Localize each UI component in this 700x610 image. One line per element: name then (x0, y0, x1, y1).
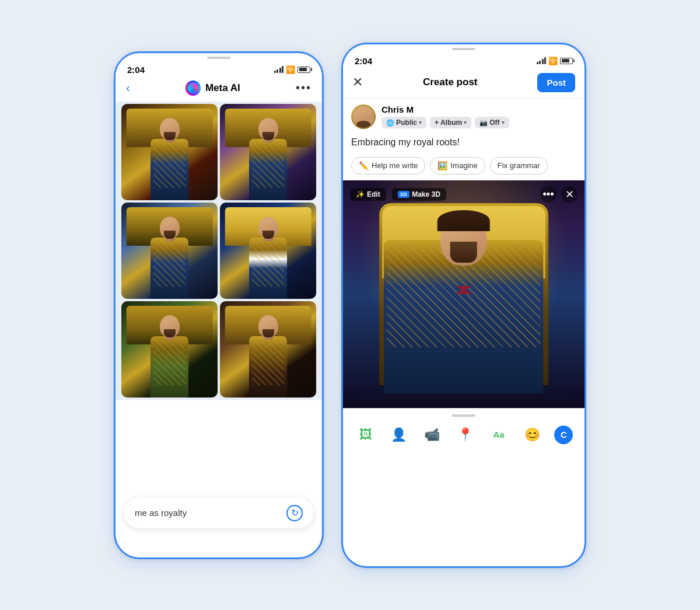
post-button[interactable]: Post (537, 73, 575, 92)
grid-image-2[interactable] (220, 104, 316, 200)
grid-image-5[interactable] (121, 301, 218, 398)
audience-pills: 🌐 Public ▾ + Album ▾ 📷 Off ▾ (382, 117, 576, 128)
meta-ai-header: Meta AI (186, 81, 240, 96)
photo-button[interactable]: 🖼 (355, 424, 377, 446)
username: Chris M (382, 104, 576, 114)
scroll-indicator (343, 414, 584, 417)
image-more-options-button[interactable]: ••• (540, 186, 556, 203)
battery-icon-right (560, 58, 573, 64)
time-left: 2:04 (127, 65, 145, 75)
image-overlay-controls: ✨ Edit 3D Make 3D ••• ✕ (343, 186, 584, 203)
text-icon: Aa (494, 430, 505, 440)
album-chevron-icon: ▾ (464, 120, 467, 126)
wifi-icon-right: 🛜 (548, 57, 558, 65)
emoji-button[interactable]: 😊 (521, 424, 543, 446)
person-hair (438, 210, 490, 231)
make3d-button[interactable]: 3D Make 3D (392, 188, 446, 201)
royal-person (373, 203, 555, 408)
image-grid (116, 102, 322, 400)
user-row: Chris M 🌐 Public ▾ + Album ▾ 📷 Off ▾ (343, 99, 584, 135)
meta-ai-title: Meta AI (205, 82, 240, 94)
location-button[interactable]: 📍 (454, 424, 477, 446)
more-icon: C (561, 430, 567, 440)
wand-icon: ✨ (356, 190, 365, 198)
person-head (440, 213, 487, 266)
globe-icon: 🌐 (386, 119, 394, 127)
emoji-icon: 😊 (524, 427, 540, 442)
tag-icon: 👤 (391, 427, 407, 442)
refresh-button[interactable]: ↻ (286, 505, 303, 521)
status-icons-right: 🛜 (537, 57, 573, 65)
overlay-left: ✨ Edit 3D Make 3D (350, 188, 446, 201)
image-close-button[interactable]: ✕ (561, 186, 578, 203)
image-icon: 🖼️ (438, 161, 447, 170)
instagram-icon: 📷 (480, 119, 488, 127)
close-button[interactable]: ✕ (352, 75, 363, 90)
album-label: + Album (435, 118, 462, 127)
text-style-button[interactable]: Aa (488, 424, 510, 446)
time-right: 2:04 (355, 56, 372, 66)
tag-person-button[interactable]: 👤 (388, 424, 410, 446)
audience-public-pill[interactable]: 🌐 Public ▾ (382, 117, 426, 128)
make3d-label: Make 3D (412, 190, 440, 198)
pencil-icon: ✏️ (359, 161, 369, 170)
more-options-toolbar-button[interactable]: C (554, 426, 573, 444)
chat-input-bar[interactable]: me as royalty ↻ (124, 498, 313, 528)
meta-ai-logo (186, 81, 201, 96)
battery-icon-left (298, 67, 310, 73)
photo-icon: 🖼 (359, 427, 372, 442)
imagine-label: Imagine (450, 161, 477, 170)
avatar-image (352, 106, 374, 128)
instagram-pill[interactable]: 📷 Off ▾ (475, 117, 509, 128)
more-options-button[interactable]: ••• (296, 81, 312, 95)
grid-image-4[interactable] (220, 203, 316, 299)
fix-grammar-pill[interactable]: Fix grammar (490, 157, 548, 175)
public-label: Public (396, 118, 417, 127)
fix-grammar-label: Fix grammar (498, 161, 540, 170)
post-text[interactable]: Embracing my royal roots! (343, 135, 584, 154)
post-footer: 🖼 👤 📹 📍 Aa 😊 C (343, 408, 584, 454)
wifi-icon-left: 🛜 (286, 65, 295, 74)
post-image-area: ✨ Edit 3D Make 3D ••• ✕ (343, 180, 584, 408)
user-info: Chris M 🌐 Public ▾ + Album ▾ 📷 Off ▾ (382, 104, 576, 128)
album-pill[interactable]: + Album ▾ (430, 117, 471, 128)
instagram-chevron-icon: ▾ (502, 120, 505, 126)
person-bowtie (455, 286, 473, 294)
grid-image-6[interactable] (220, 301, 316, 398)
grid-image-1[interactable] (121, 104, 218, 200)
chevron-down-icon: ▾ (419, 120, 422, 126)
avatar (351, 104, 376, 129)
instagram-label: Off (489, 118, 499, 127)
location-icon: 📍 (457, 427, 473, 442)
signal-icon-left (274, 66, 284, 73)
create-post-title: Create post (423, 76, 478, 88)
person-beard (450, 242, 477, 263)
right-phone: 2:04 🛜 ✕ Create post Post (341, 43, 586, 568)
edit-label: Edit (367, 190, 380, 198)
help-me-write-label: Help me write (372, 161, 418, 170)
left-phone: 2:04 🛜 ‹ Meta AI ••• (114, 51, 324, 559)
status-bar-right: 2:04 🛜 (343, 50, 584, 68)
scroll-bar (452, 414, 475, 417)
grid-image-3[interactable] (121, 203, 218, 299)
signal-icon-right (537, 57, 547, 64)
help-me-write-pill[interactable]: ✏️ Help me write (351, 157, 425, 175)
edit-button[interactable]: ✨ Edit (350, 188, 386, 201)
video-button[interactable]: 📹 (421, 424, 443, 446)
video-icon: 📹 (424, 427, 440, 442)
create-post-header: ✕ Create post Post (343, 68, 584, 99)
overlay-right: ••• ✕ (540, 186, 578, 203)
status-bar-left: 2:04 🛜 (116, 59, 322, 77)
ai-suggestion-pills: ✏️ Help me write 🖼️ Imagine Fix grammar (343, 154, 584, 180)
3d-badge: 3D (398, 191, 410, 198)
status-icons-left: 🛜 (274, 65, 311, 74)
post-toolbar: 🖼 👤 📹 📍 Aa 😊 C (343, 421, 584, 448)
imagine-pill[interactable]: 🖼️ Imagine (430, 157, 485, 175)
main-post-image[interactable]: ✨ Edit 3D Make 3D ••• ✕ (343, 180, 584, 408)
chat-input[interactable]: me as royalty (135, 508, 187, 518)
back-button[interactable]: ‹ (126, 81, 130, 95)
left-phone-header: ‹ Meta AI ••• (116, 77, 322, 102)
